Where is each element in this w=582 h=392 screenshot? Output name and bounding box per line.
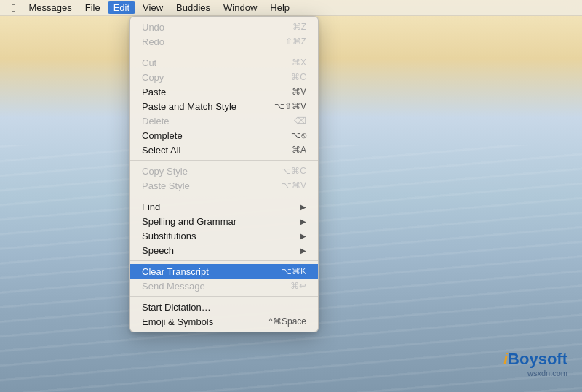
menu-item-complete-label: Complete: [142, 130, 183, 141]
substitutions-submenu-arrow: ▶: [300, 232, 306, 240]
menu-item-paste-match-shortcut: ⌥⇧⌘V: [274, 101, 306, 111]
menu-item-select-all-label: Select All: [142, 145, 180, 156]
separator-3: [130, 196, 318, 196]
edit-dropdown-menu: Undo ⌘Z Redo ⇧⌘Z Cut ⌘X Copy ⌘C Paste ⌘V…: [129, 16, 319, 332]
menu-item-emoji-symbols-label: Emoji & Symbols: [142, 316, 213, 327]
menu-item-redo-shortcut: ⇧⌘Z: [285, 36, 306, 47]
speech-submenu-arrow: ▶: [300, 247, 306, 255]
menu-item-paste[interactable]: Paste ⌘V: [130, 84, 318, 99]
menu-item-copy[interactable]: Copy ⌘C: [130, 70, 318, 84]
menu-item-send-message-shortcut: ⌘↩: [290, 281, 306, 291]
menubar-messages[interactable]: Messages: [23, 1, 77, 14]
menu-item-find[interactable]: Find ▶: [130, 199, 318, 214]
menu-item-emoji-symbols[interactable]: Emoji & Symbols ^⌘Space: [130, 314, 318, 329]
menu-item-paste-style-label: Paste Style: [142, 180, 190, 191]
watermark-brand-text: Boysoft: [508, 350, 567, 368]
menu-item-substitutions[interactable]: Substitutions ▶: [130, 228, 318, 243]
menu-item-copy-label: Copy: [142, 72, 164, 83]
menu-item-copy-shortcut: ⌘C: [291, 72, 306, 82]
watermark-site: wsxdn.com: [503, 369, 567, 377]
menubar-window[interactable]: Window: [218, 1, 263, 14]
menu-item-delete-label: Delete: [142, 116, 170, 127]
menu-item-clear-transcript[interactable]: Clear Transcript ⌥⌘K: [130, 264, 318, 279]
menu-item-redo[interactable]: Redo ⇧⌘Z: [130, 34, 318, 49]
menu-item-paste-match[interactable]: Paste and Match Style ⌥⇧⌘V: [130, 99, 318, 113]
menubar-edit[interactable]: Edit: [108, 1, 135, 14]
menu-item-delete-shortcut: ⌫: [294, 116, 306, 126]
menu-item-spelling-label: Spelling and Grammar: [142, 216, 236, 227]
separator-1: [130, 52, 318, 52]
apple-menu[interactable]: : [6, 1, 21, 14]
menu-item-paste-match-label: Paste and Match Style: [142, 101, 236, 112]
menu-item-copy-style-shortcut: ⌥⌘C: [281, 166, 306, 176]
menu-item-substitutions-label: Substitutions: [142, 231, 196, 241]
menu-bar:  Messages File Edit View Buddies Window…: [0, 0, 582, 16]
menu-item-undo-label: Undo: [142, 22, 164, 33]
watermark-logo: iBoysoft: [503, 350, 567, 369]
find-submenu-arrow: ▶: [300, 203, 306, 211]
menu-item-undo-shortcut: ⌘Z: [292, 22, 306, 32]
menu-item-copy-style-label: Copy Style: [142, 166, 188, 177]
menu-item-start-dictation-label: Start Dictation…: [142, 302, 211, 313]
menu-item-clear-transcript-label: Clear Transcript: [142, 266, 209, 277]
menu-item-send-message-label: Send Message: [142, 281, 205, 292]
menu-item-speech-label: Speech: [142, 245, 174, 256]
menu-item-cut-label: Cut: [142, 57, 156, 68]
menu-item-find-label: Find: [142, 201, 160, 212]
menu-item-spelling[interactable]: Spelling and Grammar ▶: [130, 214, 318, 228]
menu-item-cut-shortcut: ⌘X: [292, 57, 306, 68]
menu-item-delete[interactable]: Delete ⌫: [130, 113, 318, 128]
menu-item-paste-style-shortcut: ⌥⌘V: [282, 180, 306, 191]
separator-5: [130, 296, 318, 297]
separator-2: [130, 160, 318, 161]
menu-item-start-dictation[interactable]: Start Dictation…: [130, 300, 318, 314]
menu-item-copy-style[interactable]: Copy Style ⌥⌘C: [130, 164, 318, 178]
menu-item-paste-style[interactable]: Paste Style ⌥⌘V: [130, 178, 318, 193]
watermark: iBoysoft wsxdn.com: [503, 350, 567, 377]
menubar-help[interactable]: Help: [264, 1, 295, 14]
menubar-file[interactable]: File: [79, 1, 106, 14]
menubar-view[interactable]: View: [137, 1, 169, 14]
menu-item-complete[interactable]: Complete ⌥⎋: [130, 128, 318, 143]
menu-item-cut[interactable]: Cut ⌘X: [130, 55, 318, 70]
menu-item-paste-label: Paste: [142, 87, 166, 97]
menu-item-speech[interactable]: Speech ▶: [130, 243, 318, 257]
menu-item-select-all-shortcut: ⌘A: [292, 145, 306, 155]
spelling-submenu-arrow: ▶: [300, 217, 306, 225]
menu-item-redo-label: Redo: [142, 36, 164, 47]
separator-4: [130, 260, 318, 261]
menu-item-send-message[interactable]: Send Message ⌘↩: [130, 279, 318, 293]
menu-item-paste-shortcut: ⌘V: [292, 87, 306, 97]
menubar-buddies[interactable]: Buddies: [170, 1, 216, 14]
menu-item-clear-transcript-shortcut: ⌥⌘K: [282, 266, 306, 276]
menu-item-select-all[interactable]: Select All ⌘A: [130, 143, 318, 157]
menu-item-emoji-symbols-shortcut: ^⌘Space: [268, 316, 306, 327]
menu-item-complete-shortcut: ⌥⎋: [291, 130, 306, 140]
menu-item-undo[interactable]: Undo ⌘Z: [130, 20, 318, 34]
